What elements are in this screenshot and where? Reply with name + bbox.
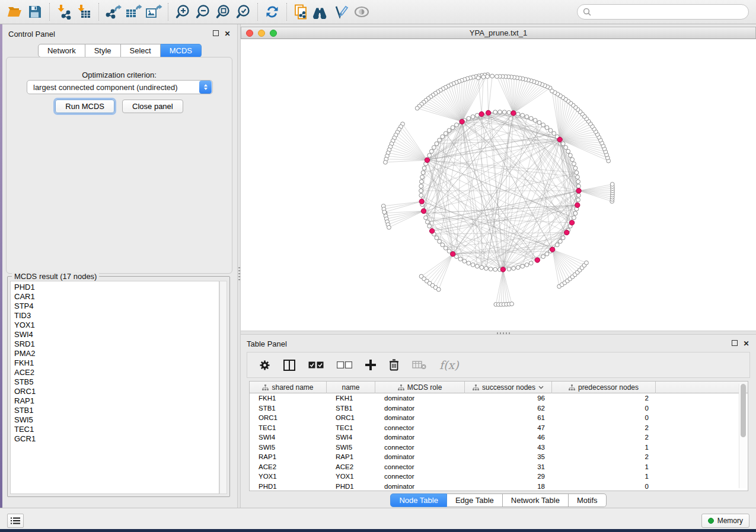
cell-predecessor-nodes[interactable]: 2 — [552, 453, 656, 460]
graph-node[interactable] — [438, 138, 442, 142]
export-image-icon[interactable] — [143, 2, 164, 21]
graph-node[interactable] — [444, 132, 448, 136]
graph-node[interactable] — [576, 198, 580, 202]
graph-node[interactable] — [545, 126, 549, 130]
graph-node[interactable] — [422, 166, 426, 170]
cell-name[interactable]: ORC1 — [327, 414, 375, 421]
cell-MCDS-role[interactable]: connector — [375, 424, 465, 431]
cell-MCDS-role[interactable]: dominator — [375, 405, 465, 412]
cell-name[interactable]: YOX1 — [327, 473, 375, 480]
graph-node[interactable] — [541, 123, 546, 127]
tab-motifs[interactable]: Motifs — [569, 493, 607, 507]
import-table-icon[interactable] — [74, 2, 94, 21]
graph-node[interactable] — [555, 243, 559, 247]
graph-node[interactable] — [529, 116, 533, 120]
table-scrollbar[interactable] — [739, 384, 746, 488]
graph-hub-node[interactable] — [569, 220, 574, 225]
graph-node[interactable] — [419, 184, 423, 188]
function-builder-icon[interactable]: f(x) — [439, 358, 459, 371]
cell-predecessor-nodes[interactable]: 2 — [552, 434, 656, 441]
mcds-result-item[interactable]: FKH1 — [14, 358, 219, 368]
memory-button[interactable]: Memory — [701, 514, 749, 528]
graph-hub-node[interactable] — [575, 203, 580, 207]
mcds-result-item[interactable]: SRD1 — [14, 339, 219, 349]
graph-node[interactable] — [568, 153, 572, 158]
graph-node[interactable] — [507, 110, 511, 114]
graph-hub-node[interactable] — [479, 111, 484, 116]
vizmapper-icon[interactable] — [331, 2, 352, 21]
cell-name[interactable]: ACE2 — [327, 463, 375, 470]
graph-node[interactable] — [471, 115, 475, 119]
zoom-out-icon[interactable] — [193, 2, 213, 21]
graph-hub-node[interactable] — [511, 111, 516, 116]
column-header-shared-name[interactable]: shared name — [250, 382, 327, 393]
graph-node[interactable] — [561, 142, 565, 146]
network-window-titlebar[interactable]: YPA_prune.txt_1 — [241, 27, 756, 39]
graph-node[interactable] — [419, 193, 423, 197]
mcds-result-item[interactable]: STP4 — [14, 302, 219, 311]
graph-node[interactable] — [467, 261, 471, 265]
column-header-successor-nodes[interactable]: successor nodes — [465, 382, 552, 393]
mcds-result-item[interactable]: YOX1 — [14, 321, 219, 330]
graph-node[interactable] — [521, 264, 525, 268]
graph-node[interactable] — [441, 243, 445, 247]
graph-node[interactable] — [444, 246, 448, 250]
graph-hub-node[interactable] — [429, 229, 434, 233]
mcds-result-item[interactable]: GCR1 — [14, 434, 219, 444]
delete-column-icon[interactable] — [389, 359, 399, 371]
zoom-selected-icon[interactable] — [233, 2, 253, 21]
graph-satellite-node[interactable] — [585, 261, 589, 265]
show-columns-icon[interactable] — [283, 360, 295, 371]
cell-predecessor-nodes[interactable]: 0 — [552, 483, 656, 490]
graph-node[interactable] — [493, 267, 497, 271]
tab-style[interactable]: Style — [85, 44, 121, 57]
delete-table-icon[interactable] — [412, 360, 426, 370]
import-network-icon[interactable] — [54, 2, 74, 21]
cell-shared-name[interactable]: RAP1 — [250, 453, 327, 460]
graph-node[interactable] — [467, 116, 471, 120]
cell-name[interactable]: SWI5 — [327, 444, 375, 451]
graph-node[interactable] — [441, 134, 445, 139]
graph-node[interactable] — [455, 123, 459, 127]
graph-hub-node[interactable] — [576, 188, 581, 193]
close-panel-button[interactable]: Close panel — [122, 100, 183, 113]
mcds-list-scrollbar[interactable] — [219, 281, 227, 494]
mcds-result-item[interactable]: ACE2 — [14, 368, 219, 377]
search-input[interactable] — [594, 8, 743, 16]
graph-node[interactable] — [561, 236, 565, 240]
graph-node[interactable] — [521, 113, 525, 117]
graph-hub-node[interactable] — [500, 267, 505, 272]
mcds-result-item[interactable]: TID3 — [14, 311, 219, 321]
cell-successor-nodes[interactable]: 46 — [465, 434, 552, 441]
add-column-icon[interactable] — [365, 360, 376, 370]
cell-successor-nodes[interactable]: 35 — [465, 453, 552, 460]
cell-successor-nodes[interactable]: 43 — [465, 444, 552, 451]
cell-shared-name[interactable]: PHD1 — [250, 483, 327, 490]
cell-MCDS-role[interactable]: connector — [375, 473, 465, 480]
network-canvas[interactable] — [241, 39, 756, 331]
graph-satellite-node[interactable] — [510, 302, 514, 306]
node-table[interactable]: shared namenameMCDS rolesuccessor nodesp… — [249, 381, 748, 491]
cell-MCDS-role[interactable]: dominator — [375, 434, 465, 441]
graph-satellite-node[interactable] — [387, 225, 391, 229]
cell-predecessor-nodes[interactable]: 0 — [552, 414, 656, 421]
graph-node[interactable] — [533, 118, 537, 123]
graph-node[interactable] — [576, 180, 580, 184]
cell-name[interactable]: RAP1 — [327, 453, 375, 460]
graph-node[interactable] — [420, 175, 425, 180]
select-all-check-icon[interactable] — [308, 361, 324, 368]
graph-satellite-node[interactable] — [495, 75, 499, 79]
graph-node[interactable] — [425, 220, 429, 224]
graph-node[interactable] — [525, 115, 529, 119]
graph-node[interactable] — [493, 110, 497, 114]
mcds-result-item[interactable]: PHD1 — [14, 283, 219, 292]
column-header-MCDS-role[interactable]: MCDS role — [375, 382, 465, 393]
graph-node[interactable] — [516, 112, 520, 116]
cell-shared-name[interactable]: SWI4 — [250, 434, 327, 441]
horizontal-split-divider[interactable] — [241, 331, 756, 335]
mcds-result-item[interactable]: RAP1 — [14, 396, 219, 406]
graph-node[interactable] — [576, 193, 580, 197]
graph-node[interactable] — [428, 153, 432, 158]
graph-node[interactable] — [451, 126, 455, 130]
graph-hub-node[interactable] — [557, 137, 562, 142]
